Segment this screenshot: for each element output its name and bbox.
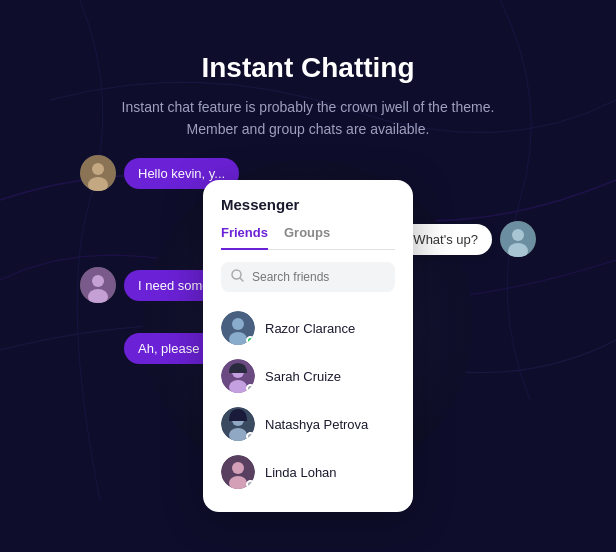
- friend-list: Razor Clarance Sarah Cruize: [203, 304, 413, 496]
- avatar-1: [80, 155, 116, 191]
- tab-friends[interactable]: Friends: [221, 225, 268, 250]
- page-subtitle: Instant chat feature is probably the cro…: [0, 96, 616, 141]
- messenger-title: Messenger: [221, 196, 395, 213]
- friend-avatar-1: [221, 311, 255, 345]
- friend-avatar-2: [221, 359, 255, 393]
- messenger-card: Messenger Friends Groups R: [203, 180, 413, 512]
- status-dot-1: [246, 336, 255, 345]
- friend-item[interactable]: Natashya Petrova: [213, 400, 403, 448]
- friend-name-3: Natashya Petrova: [265, 417, 368, 432]
- subtitle-line2: Member and group chats are available.: [187, 121, 430, 137]
- status-dot-4: [246, 480, 255, 489]
- friend-avatar-4: [221, 455, 255, 489]
- friend-item[interactable]: Linda Lohan: [213, 448, 403, 496]
- svg-point-12: [232, 318, 244, 330]
- svg-point-21: [232, 462, 244, 474]
- avatar-3: [80, 267, 116, 303]
- svg-point-7: [92, 275, 104, 287]
- svg-point-4: [512, 229, 524, 241]
- search-box[interactable]: [221, 262, 395, 292]
- search-icon: [231, 269, 244, 285]
- friend-item[interactable]: Sarah Cruize: [213, 352, 403, 400]
- card-header: Messenger Friends Groups: [203, 180, 413, 250]
- svg-line-10: [240, 278, 243, 281]
- friend-name-4: Linda Lohan: [265, 465, 337, 480]
- messenger-tabs: Friends Groups: [221, 225, 395, 250]
- svg-point-1: [92, 163, 104, 175]
- page-title: Instant Chatting: [0, 52, 616, 84]
- avatar-2: [500, 221, 536, 257]
- friend-name-1: Razor Clarance: [265, 321, 355, 336]
- tab-groups[interactable]: Groups: [284, 225, 330, 250]
- search-input[interactable]: [252, 270, 385, 284]
- subtitle-line1: Instant chat feature is probably the cro…: [122, 99, 495, 115]
- friend-avatar-3: [221, 407, 255, 441]
- friend-item[interactable]: Razor Clarance: [213, 304, 403, 352]
- status-dot-2: [246, 384, 255, 393]
- page-header: Instant Chatting Instant chat feature is…: [0, 0, 616, 141]
- status-dot-3: [246, 432, 255, 441]
- friend-name-2: Sarah Cruize: [265, 369, 341, 384]
